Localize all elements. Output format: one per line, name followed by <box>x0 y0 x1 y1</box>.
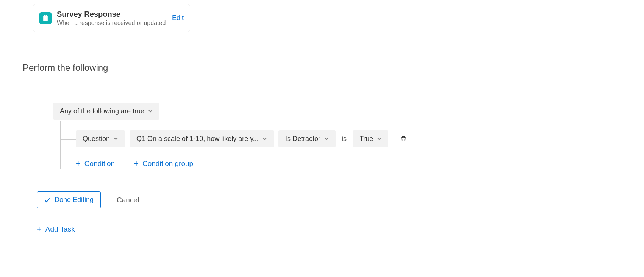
operator-dropdown[interactable]: Is Detractor <box>278 130 336 147</box>
done-editing-button[interactable]: Done Editing <box>37 191 101 208</box>
add-group-label: Condition group <box>142 160 193 168</box>
condition-rule-row: Question Q1 On a scale of 1-10, how like… <box>76 130 587 147</box>
selector-type-label: Question <box>83 135 110 143</box>
plus-icon: + <box>134 160 139 168</box>
group-type-label: Any of the following are true <box>60 107 144 115</box>
add-condition-group-button[interactable]: + Condition group <box>134 160 193 168</box>
clipboard-icon <box>39 12 52 24</box>
chevron-down-icon <box>377 135 381 143</box>
done-label: Done Editing <box>55 196 94 204</box>
delete-condition-button[interactable] <box>400 135 407 143</box>
divider <box>0 255 587 255</box>
add-condition-label: Condition <box>84 160 115 168</box>
trigger-title: Survey Response <box>57 9 167 19</box>
question-dropdown[interactable]: Q1 On a scale of 1-10, how likely are y.… <box>130 130 274 147</box>
chevron-down-icon <box>263 135 267 143</box>
section-heading: Perform the following <box>23 63 587 73</box>
add-task-label: Add Task <box>45 225 75 233</box>
value-dropdown[interactable]: True <box>353 130 388 147</box>
condition-block: Any of the following are true Question Q… <box>53 103 587 168</box>
chevron-down-icon <box>114 135 118 143</box>
chevron-down-icon <box>148 107 153 115</box>
add-condition-button[interactable]: + Condition <box>76 160 115 168</box>
value-label: True <box>360 135 373 143</box>
add-task-button[interactable]: + Add Task <box>37 225 75 233</box>
tree-connector <box>60 121 76 169</box>
check-icon <box>44 197 51 203</box>
question-label: Q1 On a scale of 1-10, how likely are y.… <box>136 135 259 143</box>
operator-label: Is Detractor <box>285 135 320 143</box>
trigger-card: Survey Response When a response is recei… <box>33 4 190 32</box>
cancel-button[interactable]: Cancel <box>117 196 139 204</box>
edit-trigger-link[interactable]: Edit <box>172 14 184 22</box>
group-type-dropdown[interactable]: Any of the following are true <box>53 103 159 120</box>
trigger-text: Survey Response When a response is recei… <box>57 9 167 27</box>
is-word: is <box>342 135 347 143</box>
selector-type-dropdown[interactable]: Question <box>76 130 125 147</box>
trash-icon <box>400 135 407 143</box>
plus-icon: + <box>37 225 42 233</box>
trigger-subtitle: When a response is received or updated <box>57 20 167 27</box>
plus-icon: + <box>76 160 81 168</box>
chevron-down-icon <box>324 135 329 143</box>
